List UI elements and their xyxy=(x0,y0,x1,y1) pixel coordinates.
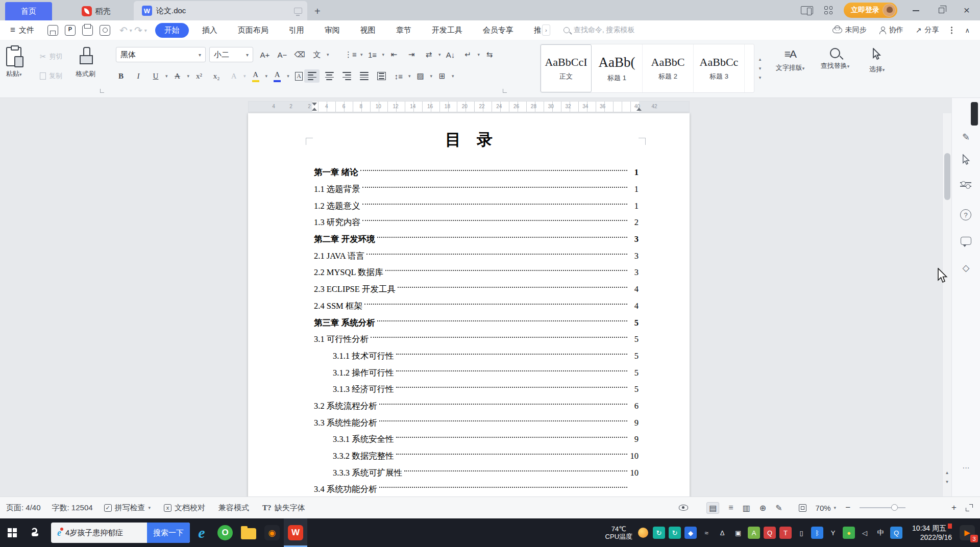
toc-entry[interactable]: 1.3 研究内容2 xyxy=(314,214,639,231)
undo-button[interactable]: ↶ xyxy=(119,24,128,36)
cut-button[interactable]: ✂剪切 xyxy=(40,52,63,61)
strikethrough-button[interactable]: A xyxy=(170,69,185,83)
print-icon[interactable] xyxy=(82,25,93,36)
align-right-button[interactable] xyxy=(339,69,354,83)
zoom-level[interactable]: 70%▾ xyxy=(816,504,837,512)
more-options-icon[interactable] xyxy=(951,26,952,34)
toc-entry[interactable]: 第三章 系统分析5 xyxy=(314,314,639,331)
taskbar-app-ie[interactable]: e xyxy=(190,518,213,547)
style-标题2[interactable]: AaBbC标题 2 xyxy=(643,44,694,92)
highlight-color-button[interactable]: A xyxy=(248,69,263,83)
android-emulator-icon[interactable]: A xyxy=(748,527,760,539)
zoom-slider-knob[interactable] xyxy=(891,504,898,511)
styles-up-icon[interactable]: ▴ xyxy=(759,57,762,62)
align-center-button[interactable] xyxy=(322,69,337,83)
login-button[interactable]: 立即登录 xyxy=(844,3,897,18)
lucky-coin-icon[interactable]: ● xyxy=(843,527,855,539)
menu-tab-1[interactable]: 页面布局 xyxy=(228,26,279,35)
styles-menu-icon[interactable]: ▾ xyxy=(759,75,762,80)
shading-button[interactable]: ▨ xyxy=(413,69,428,83)
taskbar-app-remote[interactable]: ◉ xyxy=(260,518,284,547)
toc-entry[interactable]: 2.4 SSM 框架4 xyxy=(314,298,639,315)
numbered-list-icon[interactable]: 1≡ xyxy=(365,48,380,61)
menu-tab-6[interactable]: 开发工具 xyxy=(422,26,473,35)
copy-button[interactable]: 复制 xyxy=(40,71,62,81)
bookmark-tag-icon[interactable]: ◇ xyxy=(952,262,980,274)
fullscreen-icon[interactable] xyxy=(966,504,973,511)
devices-sync-icon[interactable] xyxy=(801,6,813,14)
clear-format-icon[interactable]: ⌫ xyxy=(292,48,307,61)
sidebar-handle[interactable] xyxy=(971,102,978,126)
tab-home[interactable]: 首页 xyxy=(5,2,52,20)
decrease-indent-icon[interactable]: ⇤ xyxy=(386,48,402,61)
vertical-scrollbar[interactable]: ▲ ▼ xyxy=(942,113,951,496)
command-search[interactable]: 查找命令, 搜索模板 xyxy=(564,26,635,35)
style-标题3[interactable]: AaBbCc标题 3 xyxy=(694,44,745,92)
toc-entry[interactable]: 3.1.1 技术可行性5 xyxy=(314,348,639,365)
sogou-swan-icon[interactable] xyxy=(24,518,47,547)
select-tool-icon[interactable] xyxy=(962,154,970,165)
clock-widget[interactable]: 10:34 周五 2022/9/16 xyxy=(912,524,952,542)
align-left-button[interactable] xyxy=(304,69,320,83)
search-submit-button[interactable]: 搜索一下 xyxy=(147,523,190,543)
screen-capture-icon[interactable]: ▣ xyxy=(732,527,744,539)
toc-entry[interactable]: 3.2 系统流程分析6 xyxy=(314,398,639,415)
text-effects-button[interactable]: A xyxy=(226,69,241,83)
menu-tab-5[interactable]: 章节 xyxy=(386,26,422,35)
undo-dropdown-icon[interactable]: ▾ xyxy=(130,28,132,33)
ime-chinese-icon[interactable]: 中 xyxy=(874,527,887,539)
media-player-tray-icon[interactable]: ▶ 3 xyxy=(960,525,975,540)
doc-proof-button[interactable]: x 文档校对 xyxy=(164,503,205,513)
qq-pinyin-icon[interactable]: Q xyxy=(890,527,902,539)
restore-button[interactable] xyxy=(934,5,948,15)
web-view-icon[interactable]: ⊕ xyxy=(760,503,766,513)
page-view-icon[interactable]: ▤ xyxy=(706,502,719,514)
network-signal-icon[interactable]: ≈ xyxy=(700,527,713,539)
previous-page-icon[interactable]: ▲ xyxy=(943,470,951,475)
style-标题1[interactable]: AaBb(标题 1 xyxy=(592,44,643,92)
taskbar-app-wps[interactable]: W xyxy=(284,518,307,547)
more-tabs-button[interactable]: › xyxy=(542,24,550,36)
increase-indent-icon[interactable]: ⇥ xyxy=(404,48,419,61)
annotate-pen-icon[interactable]: ✎ xyxy=(775,503,782,513)
adjust-tools-icon[interactable] xyxy=(960,180,971,189)
outline-view-icon[interactable]: ≡ xyxy=(728,503,733,512)
menu-tab-3[interactable]: 审阅 xyxy=(314,26,350,35)
toc-entry[interactable]: 2.1 JAVA 语言3 xyxy=(314,247,639,264)
menu-tab-8[interactable]: 推 xyxy=(524,26,541,35)
taskbar-search-box[interactable]: e 4岁孩子患抑郁症 搜索一下 xyxy=(51,523,190,543)
toc-entry[interactable]: 3.1 可行性分析5 xyxy=(314,331,639,348)
zoom-in-icon[interactable]: + xyxy=(951,503,957,513)
pinyin-guide-icon[interactable]: 文 xyxy=(309,48,325,61)
justify-button[interactable] xyxy=(356,69,372,83)
next-page-icon[interactable]: ▼ xyxy=(943,480,951,484)
cpu-temp-widget[interactable]: 74℃ CPU温度 xyxy=(605,525,632,540)
toc-entry[interactable]: 3.4 系统功能分析 xyxy=(314,481,639,498)
find-replace-button[interactable]: 查找替换▾ xyxy=(816,48,854,70)
print-preview-icon[interactable] xyxy=(100,25,110,36)
start-button[interactable] xyxy=(0,518,24,547)
file-menu-button[interactable]: ≡ 文件 xyxy=(10,25,34,35)
style-正文[interactable]: AaBbCcI正文 xyxy=(541,44,592,92)
paragraph-dialog-launcher[interactable] xyxy=(503,89,507,93)
wrap-mark-icon[interactable]: ↵ xyxy=(460,48,476,61)
sort-icon[interactable]: A↓ xyxy=(443,48,458,61)
format-painter-button[interactable]: 格式刷 xyxy=(76,47,95,79)
paste-button[interactable]: 粘贴▾ xyxy=(6,47,22,79)
notification-bell-icon[interactable]: Δ xyxy=(716,527,728,539)
menu-tab-7[interactable]: 会员专享 xyxy=(473,26,524,35)
tab-docer[interactable]: 稻壳 xyxy=(58,2,134,20)
missing-font-button[interactable]: T? 缺失字体 xyxy=(262,503,305,513)
text-layout-button[interactable]: ≡A 文字排版▾ xyxy=(771,48,810,72)
teal-sync-2-icon[interactable]: ↻ xyxy=(669,527,681,539)
menu-tab-2[interactable]: 引用 xyxy=(279,26,314,35)
bullet-list-icon[interactable]: ⋮≡ xyxy=(343,48,358,61)
compat-mode[interactable]: 兼容模式 xyxy=(218,503,249,513)
toc-entry[interactable]: 1.2 选题意义1 xyxy=(314,197,639,214)
feedback-chat-icon[interactable] xyxy=(961,237,971,245)
toc-entry[interactable]: 2.2 MYSQL 数据库3 xyxy=(314,264,639,281)
clipboard-dialog-launcher[interactable] xyxy=(100,89,104,93)
increase-font-icon[interactable]: A+ xyxy=(257,48,273,61)
select-button[interactable]: 选择▾ xyxy=(863,48,891,74)
toc-entry[interactable]: 3.1.3 经济可行性5 xyxy=(314,381,639,398)
